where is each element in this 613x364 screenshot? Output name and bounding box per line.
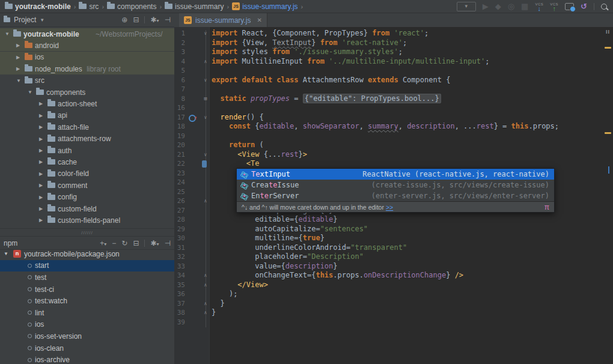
breadcrumb-item-src[interactable]: src <box>79 2 99 11</box>
close-icon[interactable]: ✕ <box>257 17 261 23</box>
fold-marker-icon[interactable]: ∧ <box>201 308 210 318</box>
vcs-update-button[interactable]: VCS↓ <box>535 2 543 11</box>
fold-marker-icon[interactable]: ∨ <box>201 76 210 85</box>
npm-script-ios-set-version[interactable]: ios-set-version <box>0 330 174 342</box>
collapse-all-icon[interactable]: ⊟ <box>133 239 139 247</box>
npm-script-test-ci[interactable]: test-ci <box>0 284 174 296</box>
completion-hint-link[interactable]: >> <box>386 204 393 211</box>
tree-item-auth[interactable]: ▶auth <box>0 145 174 156</box>
completion-item-EnterServer[interactable]: EnterServer(enter-server.js, src/views/e… <box>237 190 554 201</box>
hide-panel-icon[interactable]: ⊣ <box>165 239 171 247</box>
debug-button[interactable]: ◆ <box>495 0 501 13</box>
error-stripe[interactable]: II <box>603 27 613 364</box>
breadcrumb-item-issue-summary.js[interactable]: JSissue-summary.js <box>232 2 297 11</box>
tree-collapsed-arrow-icon[interactable]: ▶ <box>39 171 43 177</box>
code-line-4[interactable]: 4∧import MultilineInput from '../multili… <box>174 57 613 67</box>
refresh-icon[interactable]: ↻ <box>121 239 127 247</box>
tree-item-attachments-row[interactable]: ▶attachments-row <box>0 133 174 145</box>
npm-script-lint[interactable]: lint <box>0 307 174 319</box>
tree-item-custom-fields-panel[interactable]: ▶custom-fields-panel <box>0 214 174 226</box>
code-line-20[interactable]: 20 return ( <box>174 141 613 150</box>
code-line-17[interactable]: 17∨ render() { <box>174 113 613 123</box>
tree-item-config[interactable]: ▶config <box>0 192 174 203</box>
breadcrumb-item-components[interactable]: components <box>107 2 156 11</box>
code-line-33[interactable]: 33 value={description} <box>174 262 613 271</box>
tree-item-src[interactable]: ▼src <box>0 75 174 86</box>
code-line-35[interactable]: 35∧ </View> <box>174 281 613 290</box>
remove-icon[interactable]: − <box>112 239 116 247</box>
panel-splitter-handle[interactable]: ////// <box>0 228 174 237</box>
tree-collapsed-arrow-icon[interactable]: ▶ <box>39 195 43 200</box>
tree-expanded-arrow-icon[interactable]: ▼ <box>4 251 8 256</box>
npm-script-test:watch[interactable]: test:watch <box>0 295 174 307</box>
code-line-30[interactable]: 30 multiline={true} <box>174 234 613 243</box>
code-line-18[interactable]: 18 const {editable, showSeparator, summa… <box>174 122 613 132</box>
project-panel-header[interactable]: Project ▼ ⊕ ⊟ ✱▾ ⊣ <box>0 13 174 27</box>
code-line-16[interactable]: 16 <box>174 103 613 113</box>
recent-changes-icon[interactable] <box>565 3 574 10</box>
code-line-22[interactable]: 22 <Te <box>174 159 613 169</box>
code-line-6[interactable]: 6∨export default class AttachmentsRow ex… <box>174 76 613 85</box>
tree-collapsed-arrow-icon[interactable]: ▶ <box>39 148 43 153</box>
fold-marker-icon[interactable]: ∧ <box>201 299 210 309</box>
code-line-5[interactable]: 5 <box>174 66 613 76</box>
tree-collapsed-arrow-icon[interactable]: ▶ <box>39 183 43 188</box>
tree-collapsed-arrow-icon[interactable]: ▶ <box>39 113 43 118</box>
code-line-29[interactable]: 29 autoCapitalize="sentences" <box>174 225 613 234</box>
code-line-34[interactable]: 34∧ onChangeText={this.props.onDescripti… <box>174 271 613 281</box>
npm-script-ios-archive[interactable]: ios-archive <box>0 354 174 364</box>
code-line-37[interactable]: 37∧ } <box>174 299 613 309</box>
override-method-icon[interactable] <box>189 115 196 122</box>
fold-marker-icon[interactable]: ∨ <box>201 150 210 160</box>
run-configuration-dropdown[interactable]: ▾ <box>457 2 476 11</box>
code-line-3[interactable]: 3import styles from './issue-summary.sty… <box>174 47 613 57</box>
code-line-28[interactable]: 28 editable={editable} <box>174 215 613 225</box>
code-line-2[interactable]: 2import {View, TextInput} from 'react-na… <box>174 38 613 48</box>
tree-item-node_modules[interactable]: ▶node_moduleslibrary root <box>0 63 174 74</box>
collapse-all-icon[interactable]: ⊟ <box>133 16 139 24</box>
tree-collapsed-arrow-icon[interactable]: ▶ <box>39 159 43 165</box>
tree-collapsed-arrow-icon[interactable]: ▶ <box>39 217 43 223</box>
fold-marker-icon[interactable]: ∨ <box>201 29 210 38</box>
tree-item-custom-field[interactable]: ▶custom-field <box>0 203 174 214</box>
fold-marker-icon[interactable]: ∧ <box>201 271 210 281</box>
undo-icon[interactable]: ↺ <box>581 0 587 13</box>
tree-collapsed-arrow-icon[interactable]: ▶ <box>16 55 20 60</box>
fold-marker-icon[interactable]: ∧ <box>201 57 210 67</box>
stripe-toggle-icon[interactable]: II <box>606 29 610 35</box>
coverage-button[interactable]: ◎ <box>508 0 514 13</box>
tab-issue-summary[interactable]: JS issue-summary.js ✕ <box>179 13 267 27</box>
hide-panel-icon[interactable]: ⊣ <box>165 16 171 24</box>
tree-item-api[interactable]: ▶api <box>0 110 174 121</box>
tree-collapsed-arrow-icon[interactable]: ▶ <box>39 206 43 211</box>
tree-collapsed-arrow-icon[interactable]: ▶ <box>39 136 43 142</box>
npm-script-ios-clean[interactable]: ios-clean <box>0 342 174 354</box>
code-line-21[interactable]: 21∨ <View {...rest}> <box>174 150 613 160</box>
tree-expanded-arrow-icon[interactable]: ▼ <box>16 78 21 83</box>
npm-script-test[interactable]: test <box>0 271 174 284</box>
code-line-1[interactable]: 1∨import React, {Component, PropTypes} f… <box>174 29 613 38</box>
vcs-commit-button[interactable]: VCS↑ <box>550 2 558 11</box>
code-line-32[interactable]: 32 placeholder="Description" <box>174 252 613 262</box>
run-button[interactable]: ▶ <box>483 0 489 13</box>
fold-marker-icon[interactable]: ∨ <box>201 113 210 123</box>
breadcrumb-item-issue-summary[interactable]: issue-summary <box>165 2 224 11</box>
completion-item-TextInput[interactable]: TextInputReactNative (react-native.js, r… <box>237 169 554 180</box>
tree-item-components[interactable]: ▼components <box>0 86 174 98</box>
tree-collapsed-arrow-icon[interactable]: ▶ <box>16 66 20 71</box>
tree-item-attach-file[interactable]: ▶attach-file <box>0 121 174 133</box>
code-line-36[interactable]: 36 ); <box>174 290 613 299</box>
breadcrumb-item-youtrack-mobile[interactable]: youtrack-mobile <box>5 2 71 11</box>
tree-item-color-field[interactable]: ▶color-field <box>0 168 174 180</box>
code-line-7[interactable]: 7 <box>174 85 613 94</box>
code-line-8[interactable]: 8⊞ static propTypes = {"editable": PropT… <box>174 94 613 104</box>
tree-expanded-arrow-icon[interactable]: ▼ <box>28 89 32 95</box>
locate-file-icon[interactable]: ⊕ <box>121 16 127 24</box>
gear-icon[interactable]: ✱▾ <box>150 239 159 247</box>
tree-item-cache[interactable]: ▶cache <box>0 156 174 168</box>
code-line-38[interactable]: 38∧} <box>174 308 613 318</box>
tree-item-youtrack-mobile[interactable]: ▼youtrack-mobile~/WebstormProjects/ <box>0 28 174 40</box>
gear-icon[interactable]: ✱▾ <box>150 16 159 24</box>
code-line-19[interactable]: 19 <box>174 132 613 141</box>
fold-marker-icon[interactable]: ⊞ <box>201 94 210 104</box>
